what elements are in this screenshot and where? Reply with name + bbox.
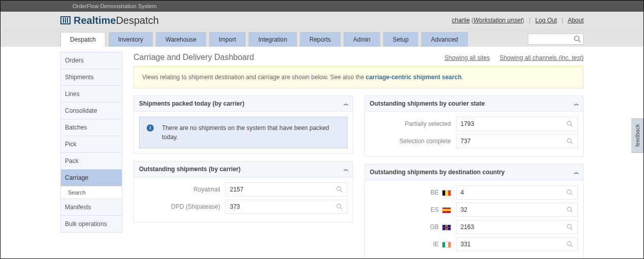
header-user-area: charlie (Workstation unset) | Log Out | … <box>452 17 584 24</box>
svg-line-1 <box>579 40 581 42</box>
sidebar-sub-search[interactable]: Search <box>60 186 122 199</box>
metric-label: DPD (Shipatease) <box>139 203 225 210</box>
metric-row: Royalmail2157 <box>139 182 348 197</box>
sidebar-item-orders[interactable]: Orders <box>60 52 122 69</box>
nav-tabs: DespatchInventoryWarehouseImportIntegrat… <box>60 32 468 47</box>
sidebar-item-shipments[interactable]: Shipments <box>60 69 122 86</box>
svg-line-3 <box>340 190 342 192</box>
sidebar-item-batches[interactable]: Batches <box>60 119 122 136</box>
panel-by-carrier: Outstanding shipments (by carrier) ︽ Roy… <box>133 161 353 222</box>
svg-line-11 <box>571 193 573 196</box>
global-search <box>528 34 584 45</box>
about-link[interactable]: About <box>568 17 584 24</box>
brand-icon <box>60 16 71 24</box>
metric-row: IE331 <box>370 237 579 251</box>
tab-advanced[interactable]: Advanced <box>421 32 467 47</box>
feedback-tab[interactable]: feedback <box>631 118 643 153</box>
flag-es-icon <box>442 207 451 213</box>
metric-label: ES <box>370 206 456 213</box>
user-link[interactable]: charlie <box>452 17 469 24</box>
sites-scope-link[interactable]: Showing all sites <box>445 54 490 61</box>
tab-warehouse[interactable]: Warehouse <box>156 32 206 47</box>
sidebar: OrdersShipmentsLinesConsolidateBatchesPi… <box>60 52 122 259</box>
sidebar-item-bulk-operations[interactable]: Bulk operations <box>60 216 122 233</box>
metric-value: 2157 <box>225 182 348 197</box>
collapse-icon[interactable]: ︽ <box>574 169 578 176</box>
svg-line-17 <box>571 245 573 247</box>
tab-setup[interactable]: Setup <box>383 32 418 47</box>
tab-reports[interactable]: Reports <box>300 32 341 47</box>
svg-point-10 <box>567 190 571 194</box>
svg-point-12 <box>567 207 571 211</box>
metric-label: GB <box>370 223 456 231</box>
panel-by-courier-state: Outstanding shipments by courier state ︽… <box>364 95 584 157</box>
metric-label: Selection complete <box>370 138 456 145</box>
metric-value: 737 <box>456 134 579 148</box>
brand-part2: Despatch <box>116 15 159 26</box>
page-title-row: Carriage and Delivery Dashboard Showing … <box>133 53 584 62</box>
flag-ie-icon <box>442 242 451 248</box>
collapse-icon[interactable]: ︽ <box>574 100 578 107</box>
metric-value: 331 <box>456 237 579 251</box>
info-message: i There are no shipments on the system t… <box>139 117 348 148</box>
system-title: OrderFlow Demonstration System <box>73 3 157 9</box>
metric-label: Royalmail <box>139 186 225 193</box>
svg-line-9 <box>571 142 573 144</box>
content: Carriage and Delivery Dashboard Showing … <box>122 47 584 259</box>
page-scope-links: Showing all sites Showing all channels (… <box>445 54 584 61</box>
sidebar-item-consolidate[interactable]: Consolidate <box>60 103 122 119</box>
metric-value: 32 <box>456 203 579 217</box>
magnify-icon[interactable] <box>566 138 573 145</box>
logout-link[interactable]: Log Out <box>535 17 557 24</box>
flag-gb-icon <box>442 224 451 231</box>
tab-admin[interactable]: Admin <box>344 32 380 47</box>
nav-row: DespatchInventoryWarehouseImportIntegrat… <box>1 29 643 47</box>
brand-part1: Realtime <box>74 15 116 26</box>
magnify-icon[interactable] <box>336 203 343 210</box>
tab-integration[interactable]: Integration <box>249 32 297 47</box>
magnify-icon[interactable] <box>566 206 573 213</box>
metric-value: 4 <box>456 185 579 200</box>
tab-despatch[interactable]: Despatch <box>60 32 106 47</box>
magnify-icon[interactable] <box>336 186 343 193</box>
collapse-icon[interactable]: ︽ <box>344 166 348 173</box>
sidebar-item-lines[interactable]: Lines <box>60 86 122 103</box>
panel-header: Outstanding shipments by courier state ︽ <box>365 96 584 112</box>
svg-line-5 <box>340 208 342 210</box>
sidebar-item-pick[interactable]: Pick <box>60 136 122 153</box>
sidebar-item-pack[interactable]: Pack <box>60 153 122 170</box>
svg-point-6 <box>567 121 571 125</box>
metric-row: GB2163 <box>370 220 579 234</box>
search-icon[interactable] <box>573 35 582 43</box>
metric-row: BE4 <box>370 185 579 200</box>
info-icon: i <box>147 124 154 132</box>
sidebar-item-carriage[interactable]: Carriage <box>60 170 122 186</box>
brand-logo[interactable]: RealtimeDespatch <box>60 15 159 26</box>
svg-point-14 <box>567 224 571 229</box>
svg-point-0 <box>574 36 579 41</box>
magnify-icon[interactable] <box>566 189 573 196</box>
carriage-search-link[interactable]: carriage-centric shipment search <box>366 74 462 81</box>
tab-inventory[interactable]: Inventory <box>109 32 153 47</box>
workstation-link[interactable]: Workstation unset <box>473 17 522 24</box>
collapse-icon[interactable]: ︽ <box>344 100 348 107</box>
svg-point-2 <box>336 187 341 191</box>
channels-scope-link[interactable]: Showing all channels (inc. test) <box>500 54 584 61</box>
flag-be-icon <box>442 190 451 196</box>
sidebar-item-manifests[interactable]: Manifests <box>60 199 122 216</box>
metric-label: IE <box>370 241 456 248</box>
magnify-icon[interactable] <box>566 241 573 248</box>
metric-label: Partially selected <box>370 120 456 127</box>
metric-row: Selection complete737 <box>370 134 579 148</box>
header: RealtimeDespatch charlie (Workstation un… <box>1 12 643 29</box>
metric-label: BE <box>370 189 456 196</box>
svg-line-15 <box>571 228 573 230</box>
svg-line-13 <box>571 211 573 213</box>
panel-by-country: Outstanding shipments by destination cou… <box>364 164 584 259</box>
panel-packed-today: Shipments packed today (by carrier) ︽ i … <box>133 95 353 154</box>
svg-point-8 <box>567 139 571 143</box>
tab-import[interactable]: Import <box>209 32 246 47</box>
metric-value: 2163 <box>456 220 579 234</box>
magnify-icon[interactable] <box>566 223 573 231</box>
magnify-icon[interactable] <box>566 120 573 127</box>
